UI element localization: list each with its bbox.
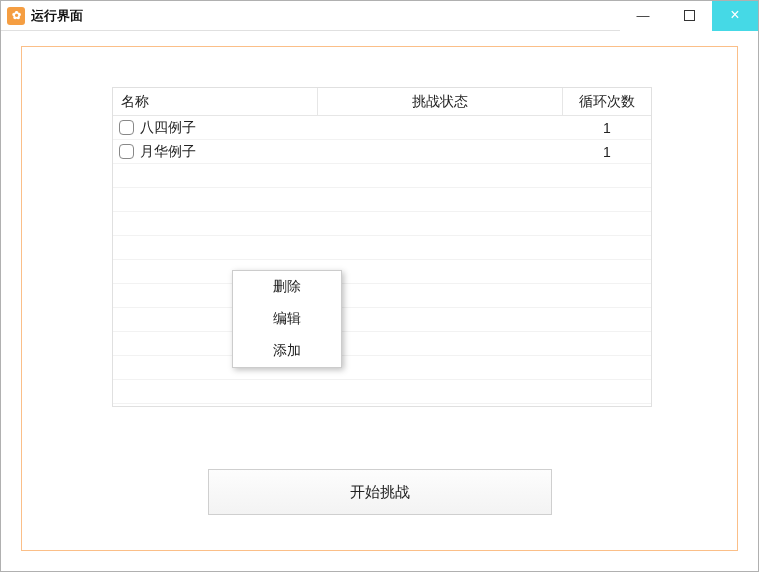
close-icon: × (730, 6, 739, 24)
window-controls: — × (620, 1, 758, 31)
minimize-button[interactable]: — (620, 1, 666, 31)
table-body[interactable]: 八四例子1月华例子1 (113, 116, 651, 404)
cell-loop (563, 260, 651, 283)
cell-status (318, 116, 563, 139)
cell-status (318, 164, 563, 187)
table-row[interactable] (113, 308, 651, 332)
row-name-label: 月华例子 (140, 143, 196, 161)
cell-status (318, 380, 563, 403)
col-header-loop[interactable]: 循环次数 (563, 88, 651, 115)
maximize-icon (684, 10, 695, 21)
cell-status (318, 236, 563, 259)
cell-name (113, 212, 318, 235)
cell-loop: 1 (563, 116, 651, 139)
row-checkbox[interactable] (119, 120, 134, 135)
cell-name (113, 164, 318, 187)
cell-status (318, 260, 563, 283)
col-header-name[interactable]: 名称 (113, 88, 318, 115)
cell-name: 八四例子 (113, 116, 318, 139)
table-row[interactable]: 八四例子1 (113, 116, 651, 140)
row-checkbox[interactable] (119, 144, 134, 159)
cell-name: 月华例子 (113, 140, 318, 163)
cell-loop (563, 356, 651, 379)
cell-status (318, 308, 563, 331)
cell-loop (563, 164, 651, 187)
table-row[interactable] (113, 260, 651, 284)
app-icon: ✿ (7, 7, 25, 25)
cell-status (318, 284, 563, 307)
table-row[interactable] (113, 212, 651, 236)
cell-loop (563, 284, 651, 307)
row-name-label: 八四例子 (140, 119, 196, 137)
cell-status (318, 188, 563, 211)
start-challenge-button[interactable]: 开始挑战 (208, 469, 552, 515)
cell-loop: 1 (563, 140, 651, 163)
cell-name (113, 188, 318, 211)
table-row[interactable] (113, 356, 651, 380)
cell-loop (563, 236, 651, 259)
task-table: 名称 挑战状态 循环次数 八四例子1月华例子1 (112, 87, 652, 407)
context-menu-item[interactable]: 删除 (233, 271, 341, 303)
table-row[interactable] (113, 236, 651, 260)
cell-name (113, 236, 318, 259)
cell-status (318, 212, 563, 235)
cell-loop (563, 380, 651, 403)
table-row[interactable]: 月华例子1 (113, 140, 651, 164)
cell-loop (563, 212, 651, 235)
cell-loop (563, 332, 651, 355)
close-button[interactable]: × (712, 1, 758, 31)
context-menu: 删除编辑添加 (232, 270, 342, 368)
table-row[interactable] (113, 284, 651, 308)
cell-loop (563, 188, 651, 211)
app-window: ✿ 运行界面 — × 名称 挑战状态 循环次数 八四例子1月华例子1 删除编辑添… (0, 0, 759, 572)
table-row[interactable] (113, 164, 651, 188)
title-bar: ✿ 运行界面 — × (1, 1, 758, 31)
cell-status (318, 356, 563, 379)
table-header: 名称 挑战状态 循环次数 (113, 88, 651, 116)
context-menu-item[interactable]: 编辑 (233, 303, 341, 335)
table-row[interactable] (113, 188, 651, 212)
col-header-status[interactable]: 挑战状态 (318, 88, 563, 115)
table-row[interactable] (113, 332, 651, 356)
start-challenge-label: 开始挑战 (350, 483, 410, 502)
context-menu-item[interactable]: 添加 (233, 335, 341, 367)
minimize-icon: — (637, 8, 650, 23)
table-row[interactable] (113, 380, 651, 404)
content-panel: 名称 挑战状态 循环次数 八四例子1月华例子1 删除编辑添加 开始挑战 (21, 46, 738, 551)
cell-name (113, 380, 318, 403)
cell-status (318, 332, 563, 355)
cell-loop (563, 308, 651, 331)
maximize-button[interactable] (666, 1, 712, 31)
window-title: 运行界面 (31, 7, 83, 25)
cell-status (318, 140, 563, 163)
